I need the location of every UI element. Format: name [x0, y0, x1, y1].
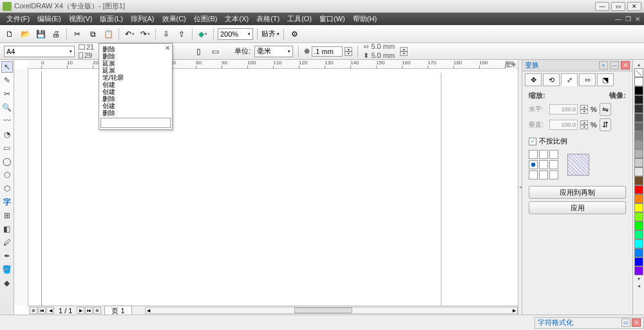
shape-tool-icon[interactable]: ✎: [1, 75, 13, 86]
mirror-h-icon[interactable]: ⇋: [600, 103, 611, 116]
rectangle-tool-icon[interactable]: ▭: [1, 142, 13, 154]
color-swatch[interactable]: [634, 221, 643, 230]
color-swatch[interactable]: [634, 230, 643, 239]
cut-icon[interactable]: ✂: [71, 28, 84, 41]
hscrollbar[interactable]: ◀ ▶: [145, 307, 518, 314]
color-swatch[interactable]: [634, 239, 643, 248]
page-size-combo[interactable]: A4▾: [4, 46, 75, 57]
crop-tool-icon[interactable]: ✂: [1, 88, 13, 100]
undo-history-item[interactable]: 删除: [100, 95, 171, 102]
maximize-button[interactable]: ▭: [611, 2, 625, 11]
eyedropper-icon[interactable]: 🖊: [1, 237, 13, 248]
menu-edit[interactable]: 编辑(E): [33, 14, 65, 24]
nudge-field[interactable]: .1 mm: [312, 46, 343, 57]
status-docker-min-icon[interactable]: ▭: [621, 318, 630, 327]
last-page-icon[interactable]: ⏭: [85, 307, 93, 314]
prev-page-icon[interactable]: ◀: [46, 307, 54, 314]
menu-bitmaps[interactable]: 位图(B): [190, 14, 222, 24]
polygon-tool-icon[interactable]: ⬠: [1, 169, 13, 181]
undo-history-item[interactable]: 笔/轮廓: [100, 74, 171, 81]
new-icon[interactable]: 🗋: [3, 28, 16, 41]
landscape-icon[interactable]: ▭: [209, 45, 222, 58]
transform-tab-rotate[interactable]: ⟲: [543, 73, 560, 86]
page-tab[interactable]: 页 1: [104, 306, 131, 315]
docker-expand-icon[interactable]: »: [599, 61, 608, 69]
apply-duplicate-button[interactable]: 应用到再制: [529, 186, 626, 199]
pick-tool-icon[interactable]: ↖: [1, 61, 13, 73]
basic-shapes-icon[interactable]: ⬡: [1, 183, 13, 194]
color-swatch[interactable]: [634, 248, 643, 257]
color-swatch[interactable]: [634, 131, 643, 140]
color-swatch[interactable]: [634, 185, 643, 194]
color-swatch[interactable]: [634, 257, 643, 266]
color-swatch[interactable]: [634, 122, 643, 131]
color-swatch[interactable]: [634, 77, 643, 86]
smart-fill-icon[interactable]: ◔: [1, 129, 13, 140]
options-icon[interactable]: ⚙: [288, 28, 301, 41]
status-docker-close-icon[interactable]: ✕: [632, 318, 641, 327]
char-format-docker-title[interactable]: 字符格式化: [538, 318, 573, 327]
menu-text[interactable]: 文本(X): [221, 14, 252, 24]
freehand-tool-icon[interactable]: 〰: [1, 115, 13, 127]
ellipse-tool-icon[interactable]: ◯: [1, 156, 13, 167]
app-launch-icon[interactable]: ◆: [196, 28, 209, 41]
menu-file[interactable]: 文件(F): [3, 14, 33, 24]
fill-tool-icon[interactable]: 🪣: [1, 264, 13, 275]
portrait-icon[interactable]: ▯: [192, 45, 205, 58]
menu-view[interactable]: 视图(V): [65, 14, 97, 24]
panel-close-icon[interactable]: ✕: [165, 44, 170, 51]
save-icon[interactable]: 💾: [34, 28, 47, 41]
undo-history-item[interactable]: 创建: [100, 81, 171, 88]
undo-dropdown[interactable]: ↶: [123, 28, 136, 41]
color-swatch[interactable]: [634, 212, 643, 221]
undo-history-item[interactable]: 延展: [100, 67, 171, 74]
redo-dropdown[interactable]: ↷: [138, 28, 151, 41]
transform-tab-skew[interactable]: ⬔: [597, 73, 614, 86]
first-page-icon[interactable]: ⏮: [38, 307, 46, 314]
mirror-v-icon[interactable]: ⇵: [600, 118, 611, 131]
color-swatch[interactable]: [634, 158, 643, 167]
close-button[interactable]: ✕: [627, 2, 641, 11]
snap-label[interactable]: 贴齐: [261, 29, 276, 39]
undo-history-item[interactable]: 创建: [100, 102, 171, 109]
menu-tools[interactable]: 工具(O): [283, 14, 316, 24]
docker-close-icon[interactable]: ✕: [621, 61, 630, 69]
color-swatch[interactable]: [634, 140, 643, 149]
proportional-checkbox[interactable]: ✓: [529, 138, 536, 145]
color-swatch[interactable]: [634, 86, 643, 95]
undo-history-item[interactable]: 删除: [100, 109, 171, 116]
paste-icon[interactable]: 📋: [102, 28, 115, 41]
transform-tab-scale[interactable]: ⤢: [561, 73, 578, 86]
transform-tab-position[interactable]: ✥: [525, 73, 542, 86]
add-page-icon[interactable]: ⊕: [30, 307, 37, 314]
undo-history-item[interactable]: 删除: [100, 46, 171, 53]
transform-tab-size[interactable]: ⬄: [579, 73, 596, 86]
text-tool-icon[interactable]: 字: [1, 196, 13, 208]
menu-effects[interactable]: 效果(C): [158, 14, 190, 24]
color-swatch[interactable]: [634, 95, 643, 104]
export-icon[interactable]: ⇪: [175, 28, 188, 41]
color-swatch[interactable]: [634, 203, 643, 212]
scale-h-input[interactable]: [549, 104, 578, 115]
color-swatch[interactable]: [634, 104, 643, 113]
apply-button[interactable]: 应用: [529, 201, 626, 214]
hscroll-thumb[interactable]: [294, 307, 352, 313]
outline-tool-icon[interactable]: ✒: [1, 250, 13, 262]
menu-table[interactable]: 表格(T): [252, 14, 283, 24]
import-icon[interactable]: ⇩: [160, 28, 173, 41]
palette-down-icon[interactable]: ▾: [638, 275, 640, 282]
palette-up-icon[interactable]: ▴: [638, 61, 640, 68]
menu-arrange[interactable]: 排列(A): [127, 14, 158, 24]
table-tool-icon[interactable]: ⊞: [1, 210, 13, 221]
color-swatch[interactable]: [634, 149, 643, 158]
open-icon[interactable]: 📂: [19, 28, 32, 41]
minimize-button[interactable]: —: [595, 2, 609, 11]
scale-v-input[interactable]: [549, 120, 578, 130]
undo-history-item[interactable]: 延展: [100, 60, 171, 67]
next-page-icon[interactable]: ▶: [77, 307, 84, 314]
no-color-swatch[interactable]: [634, 68, 643, 77]
interactive-tool-icon[interactable]: ◧: [1, 223, 13, 235]
zoom-tool-icon[interactable]: 🔍: [1, 102, 13, 113]
undo-filter-input[interactable]: [100, 118, 171, 128]
anchor-grid[interactable]: [529, 150, 558, 179]
